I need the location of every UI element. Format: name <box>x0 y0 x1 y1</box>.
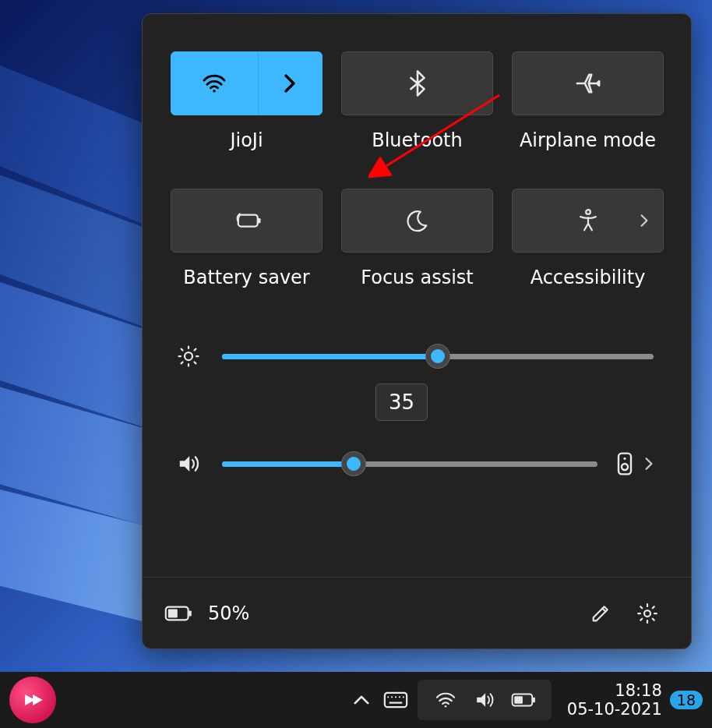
svg-point-3 <box>586 210 590 214</box>
svg-point-12 <box>644 610 650 617</box>
sliders-section: 35 <box>143 316 691 480</box>
moon-icon <box>406 209 429 232</box>
chevron-right-icon <box>644 457 654 471</box>
airplane-mode-label: Airplane mode <box>520 129 656 151</box>
svg-point-0 <box>213 90 217 93</box>
battery-saver-icon <box>231 210 263 231</box>
quick-settings-panel: JioJi Bluetooth Airplane mode <box>142 13 692 649</box>
bluetooth-icon <box>409 70 426 97</box>
wifi-tile[interactable] <box>171 51 323 115</box>
quick-settings-footer: 50% <box>143 577 691 648</box>
svg-rect-11 <box>168 609 178 617</box>
wifi-icon <box>202 73 227 94</box>
svg-point-20 <box>444 705 446 708</box>
wifi-label: JioJi <box>230 129 263 151</box>
focus-assist-label: Focus assist <box>361 267 473 288</box>
taskbar-date: 05-10-2021 <box>567 700 662 719</box>
battery-icon <box>164 605 192 622</box>
wifi-toggle[interactable] <box>171 52 259 115</box>
settings-button[interactable] <box>632 598 663 629</box>
tray-volume-icon <box>467 683 502 717</box>
audio-expand[interactable] <box>644 457 654 471</box>
volume-slider-row <box>174 447 654 480</box>
notification-badge[interactable]: 18 <box>670 691 703 709</box>
brightness-icon <box>174 345 203 368</box>
tray-battery-icon <box>506 683 541 717</box>
svg-point-7 <box>622 464 628 470</box>
bluetooth-tile[interactable] <box>341 51 493 115</box>
svg-point-4 <box>185 352 192 360</box>
pencil-icon <box>590 603 612 624</box>
battery-status-icon[interactable] <box>164 605 192 622</box>
taskbar-time: 18:18 <box>567 681 662 700</box>
keyboard-icon <box>383 691 408 709</box>
volume-thumb[interactable] <box>342 452 365 475</box>
pinned-app-icon <box>19 687 46 713</box>
pinned-app[interactable] <box>9 677 56 723</box>
svg-rect-1 <box>238 215 257 227</box>
chevron-right-icon <box>640 214 649 228</box>
svg-rect-13 <box>385 693 407 707</box>
airplane-mode-tile[interactable] <box>512 51 664 115</box>
battery-percentage: 50% <box>208 603 249 624</box>
system-tray-group[interactable] <box>418 680 552 720</box>
accessibility-expand[interactable] <box>640 214 649 228</box>
volume-slider[interactable] <box>222 461 597 467</box>
speaker-device-icon <box>616 451 633 476</box>
battery-saver-label: Battery saver <box>183 267 310 288</box>
svg-rect-23 <box>514 696 523 704</box>
accessibility-icon <box>576 208 600 233</box>
chevron-up-icon <box>353 694 370 705</box>
tray-overflow-button[interactable] <box>344 683 379 717</box>
battery-saver-tile[interactable] <box>171 189 323 253</box>
taskbar: 18:18 05-10-2021 18 <box>0 672 712 728</box>
svg-rect-10 <box>189 610 192 616</box>
chevron-right-icon <box>283 73 297 94</box>
brightness-tooltip: 35 <box>375 383 428 421</box>
gear-icon <box>636 602 659 625</box>
brightness-slider-row: 35 <box>174 340 654 373</box>
edit-button[interactable] <box>585 598 616 629</box>
volume-icon <box>174 453 203 475</box>
audio-output-button[interactable] <box>616 451 633 476</box>
svg-rect-2 <box>257 218 260 223</box>
quick-settings-grid: JioJi Bluetooth Airplane mode <box>143 14 691 316</box>
brightness-slider[interactable]: 35 <box>222 354 654 359</box>
bluetooth-label: Bluetooth <box>372 129 463 151</box>
tray-wifi-icon <box>428 683 463 717</box>
airplane-icon <box>575 71 601 96</box>
taskbar-clock[interactable]: 18:18 05-10-2021 <box>567 681 662 719</box>
touch-keyboard-button[interactable] <box>379 683 413 717</box>
focus-assist-tile[interactable] <box>341 189 493 253</box>
brightness-thumb[interactable] <box>426 345 449 368</box>
svg-rect-22 <box>532 698 534 702</box>
accessibility-label: Accessibility <box>530 267 646 288</box>
accessibility-tile[interactable] <box>512 189 664 253</box>
svg-point-6 <box>623 458 626 460</box>
wifi-expand[interactable] <box>259 52 322 115</box>
